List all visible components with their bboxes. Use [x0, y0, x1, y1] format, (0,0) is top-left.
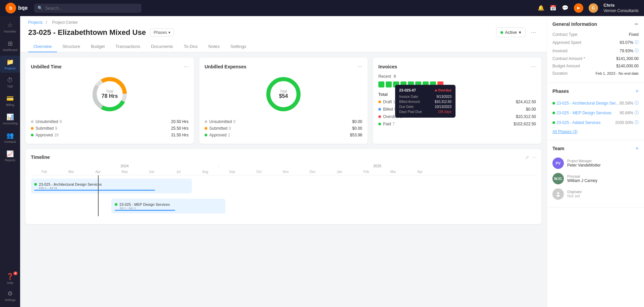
sidebar-item-dashboard[interactable]: ⊞ Dashboard: [0, 37, 20, 54]
phase1-title-row: 23-025 - Architectural Design Services: [34, 182, 189, 186]
tooltip-days-val: 195 days: [438, 110, 451, 114]
breadcrumb: Projects / Project Center: [28, 20, 539, 25]
unbilled-expenses-more-button[interactable]: ···: [357, 63, 362, 70]
principal-avatar: WJC: [552, 173, 564, 184]
phase2-progress: [115, 210, 175, 211]
inv-bar-2[interactable]: [386, 81, 392, 87]
team-section-header: Team +: [552, 145, 639, 151]
sidebar-item-projects[interactable]: 📁 Projects: [0, 56, 20, 73]
sidebar-item-te[interactable]: ⏱ T&E: [0, 74, 20, 91]
dot-unsubmitted: [31, 120, 34, 123]
content-area: Projects / Project Center 23-025 - Eliza…: [20, 16, 644, 307]
sidebar-item-accounting[interactable]: 📊 Accounting: [0, 111, 20, 128]
sidebar-item-help[interactable]: 4 ❓ Help: [0, 270, 20, 287]
unbilled-expenses-stats: Unsubmitted 0 $0.00 Submitted 0 $0.0: [205, 118, 362, 138]
timeline-expand-button[interactable]: ⤢: [525, 155, 529, 160]
phase2-link[interactable]: 23-025 - MEP Design Services: [552, 111, 611, 115]
rp-row-contract-type: Contract Type Fixed: [552, 31, 639, 38]
team-add-button[interactable]: +: [636, 145, 639, 151]
invoiced-info-icon: ⓘ: [635, 48, 639, 54]
phase1-bar[interactable]: 23-025 - Architectural Design Services F…: [31, 179, 192, 193]
chat-icon[interactable]: 💬: [562, 5, 569, 11]
expense-stat-unsubmitted: Unsubmitted 0 $0.00: [205, 118, 362, 125]
phase1-item-name: 23-025 - Architectural Design Ser...: [556, 101, 619, 106]
top-navigation: b bqe 🔍 🔔 📅 💬 ▶ C Chris Vernon Consultan…: [0, 0, 644, 16]
stat-row-unsubmitted: Unsubmitted 9 20.50 Hrs: [31, 118, 189, 125]
tab-settings[interactable]: Settings: [225, 41, 252, 52]
tab-transactions[interactable]: Transactions: [110, 41, 146, 52]
tab-overview[interactable]: Overview: [28, 41, 57, 52]
logo[interactable]: b bqe: [5, 3, 28, 13]
phase1-link[interactable]: 23-025 - Architectural Design Ser...: [552, 101, 619, 106]
billing-icon: 💳: [6, 95, 14, 102]
approved-spent-val: 93.07% ⓘ: [620, 40, 639, 45]
tab-documents[interactable]: Documents: [146, 41, 178, 52]
year-2025: 2025: [219, 164, 536, 168]
timeline-phase-2: 23-025 - MEP Design Services Jul 1 - Jun…: [31, 199, 536, 216]
phases-button[interactable]: Phases ▾: [150, 28, 174, 37]
unbilled-time-more-button[interactable]: ···: [183, 63, 189, 70]
phase2-status-dot: [552, 112, 555, 114]
general-info-title: General Information: [552, 21, 597, 27]
phase1-pct: 85.58% ⓘ: [620, 100, 639, 106]
phases-section-header: Phases +: [552, 88, 639, 94]
donut-label: Total 78 Hrs: [102, 89, 118, 99]
phases-add-button[interactable]: +: [636, 88, 639, 94]
tab-todos[interactable]: To-Dos: [178, 41, 203, 52]
avatar[interactable]: C: [589, 3, 598, 13]
month-jul: Jul: [165, 170, 192, 174]
month-oct: Oct: [246, 170, 272, 174]
budget-amount-val: $140,000.00: [616, 64, 639, 68]
calendar-icon[interactable]: 📅: [550, 5, 556, 11]
timeline-phases: 23-025 - Architectural Design Services F…: [31, 175, 536, 216]
expense-dot-unsubmitted: [205, 120, 207, 123]
phase2-bar[interactable]: 23-025 - MEP Design Services Jul 1 - Jun…: [111, 199, 225, 213]
sidebar-item-favorites[interactable]: ☆ Favorites: [0, 19, 20, 36]
month-nov: Nov: [272, 170, 299, 174]
sidebar: ☆ Favorites ⊞ Dashboard 📁 Projects ⏱ T&E…: [0, 16, 20, 307]
timeline-more-button[interactable]: ···: [532, 155, 536, 160]
inv-bar-1[interactable]: [378, 81, 384, 87]
sidebar-label-settings: Settings: [5, 298, 16, 302]
month-feb: Feb: [31, 170, 58, 174]
tab-budget[interactable]: Budget: [86, 41, 110, 52]
unbilled-expenses-donut-wrapper: Total $54: [205, 74, 362, 114]
expenses-donut-label: Total $54: [279, 89, 288, 99]
phase3-status-dot: [552, 121, 555, 124]
phase1-info-icon: ⓘ: [635, 100, 639, 106]
phase3-link[interactable]: 23-025 - Added Services: [552, 120, 600, 125]
team-section: Team + PV Project Manager Peter VandeMot…: [547, 140, 644, 207]
logo-icon: b: [5, 3, 16, 13]
timer-button[interactable]: ▶: [574, 3, 583, 13]
timeline-scroll[interactable]: 2024 2025 Feb Mar Apr May Jun Jul Aug: [31, 164, 536, 219]
phases-label: Phases: [154, 30, 167, 35]
approved-val: 31.50 Hrs: [171, 133, 189, 137]
status-badge[interactable]: Active ▾: [496, 27, 526, 37]
unbilled-time-header: Unbilled Time ···: [31, 63, 189, 70]
timeline-months-row: Feb Mar Apr May Jun Jul Aug Sep Oct Nov …: [31, 169, 536, 175]
expense-label-unsubmitted: Unsubmitted 0: [205, 119, 235, 124]
sidebar-item-reports[interactable]: 📈 Reports: [0, 147, 20, 165]
main-content: Projects / Project Center 23-025 - Eliza…: [20, 16, 547, 307]
breadcrumb-projects[interactable]: Projects: [28, 20, 43, 25]
month-apr2: Apr: [407, 170, 433, 174]
all-phases-link[interactable]: All Phases (3): [552, 129, 578, 134]
more-options-button[interactable]: ···: [528, 27, 539, 37]
tab-structure[interactable]: Structure: [57, 41, 86, 52]
originator-name: Not set: [567, 194, 582, 198]
sidebar-item-settings[interactable]: ⚙ Settings: [0, 287, 20, 304]
notifications-icon[interactable]: 🔔: [538, 5, 544, 11]
draft-dot: [378, 101, 381, 103]
tabs-bar: Overview Structure Budget Transactions D…: [28, 41, 539, 52]
sidebar-item-contacts[interactable]: 👥 Contacts: [0, 129, 20, 146]
help-badge: 4: [13, 271, 17, 275]
dashboard-icon: ⊞: [8, 40, 13, 47]
sidebar-item-billing[interactable]: 💳 Billing: [0, 92, 20, 109]
search-input[interactable]: [34, 4, 142, 13]
sidebar-label-dashboard: Dashboard: [3, 48, 17, 52]
month-apr: Apr: [85, 170, 111, 174]
general-info-edit-button[interactable]: ✏: [635, 21, 639, 27]
tab-notes[interactable]: Notes: [203, 41, 225, 52]
invoices-more-button[interactable]: ···: [531, 63, 536, 70]
recent-count: 9: [393, 74, 396, 79]
